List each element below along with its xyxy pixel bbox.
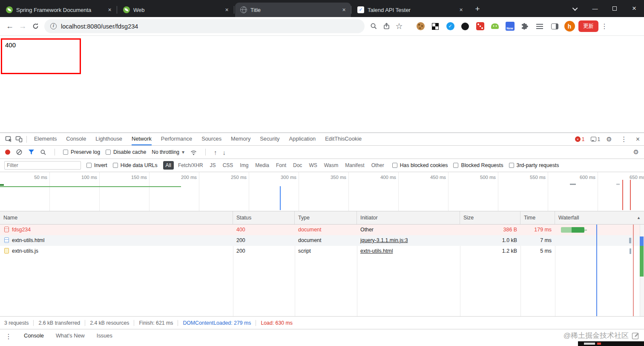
checkbox[interactable] [509,163,514,168]
throttling-dropdown[interactable]: No throttling ▾ [152,149,184,155]
devtools-kebab-icon[interactable]: ⋮ [618,135,630,143]
filter-chip-fetch-xhr[interactable]: Fetch/XHR [175,161,206,170]
invert-checkbox[interactable]: Invert [86,162,107,168]
filter-funnel-icon[interactable] [28,149,34,155]
browser-tab-talend[interactable]: ✓ Talend API Tester × [352,3,468,17]
checkbox[interactable] [453,163,458,168]
devtools-tab-editthiscookie[interactable]: EditThisCookie [325,133,362,145]
device-toolbar-icon[interactable] [14,134,24,144]
cell-initiator-link[interactable]: extn-utils.html [357,246,460,257]
filter-input[interactable] [4,161,81,170]
third-party-requests-checkbox[interactable]: 3rd-party requests [509,162,559,168]
disable-cache-checkbox[interactable]: Disable cache [106,149,146,155]
column-header-status[interactable]: Status [233,211,295,224]
clear-button[interactable] [16,149,23,156]
filter-chip-js[interactable]: JS [207,161,218,170]
column-header-size[interactable]: Size [460,211,520,224]
devtools-tab-elements[interactable]: Elements [34,133,57,145]
import-har-icon[interactable]: ↑ [214,149,217,156]
search-icon[interactable] [40,149,46,156]
cookie-extension-icon[interactable] [415,21,426,32]
check-extension-icon[interactable]: ✓ [445,21,456,32]
inspect-element-icon[interactable] [3,134,14,144]
drawer-kebab-icon[interactable]: ⋮ [5,332,12,340]
devtools-tab-security[interactable]: Security [260,133,279,145]
devtools-tab-sources[interactable]: Sources [201,133,221,145]
share-icon[interactable] [380,20,393,33]
tab-close-icon[interactable]: × [223,6,230,14]
new-badge-extension-icon[interactable]: New [504,21,515,32]
drawer-tab-console[interactable]: Console [24,332,44,339]
devtools-tab-lighthouse[interactable]: Lighthouse [95,133,122,145]
zoom-search-icon[interactable] [367,20,380,33]
sort-asc-icon[interactable]: ▲ [637,216,641,220]
url-text[interactable]: localhost:8080/user/fdsg234 [61,23,138,30]
profile-avatar[interactable]: h [564,21,575,32]
table-row-extn-utils-html[interactable]: extn-utils.html 200 document jquery-3.1.… [0,235,644,246]
column-header-initiator[interactable]: Initiator [357,211,460,224]
playlist-icon[interactable] [534,21,545,32]
column-header-type[interactable]: Type [295,211,357,224]
checkbox[interactable] [106,150,111,155]
cell-name[interactable]: extn-utils.js [0,246,233,257]
export-har-icon[interactable]: ↓ [223,149,226,156]
devtools-settings-gear-icon[interactable]: ⚙ [606,136,612,143]
red-dice-extension-icon[interactable] [474,21,486,32]
filter-chip-other[interactable]: Other [369,161,387,170]
side-panel-icon[interactable] [549,21,560,32]
browser-menu-kebab-icon[interactable]: ⋮ [598,22,610,30]
checkbox[interactable] [113,163,118,168]
drawer-tab-issues[interactable]: Issues [97,332,112,339]
reload-button[interactable] [29,20,42,33]
record-button[interactable] [5,150,10,155]
preserve-log-checkbox[interactable]: Preserve log [63,149,100,155]
filter-chip-ws[interactable]: WS [306,161,319,170]
new-tab-button[interactable]: + [472,3,483,15]
extensions-puzzle-icon[interactable] [519,21,530,32]
devtools-tab-memory[interactable]: Memory [231,133,250,145]
bookmark-star-icon[interactable]: ☆ [393,20,405,33]
dark-reader-extension-icon[interactable] [460,21,471,32]
checkbox[interactable] [392,163,397,168]
column-header-waterfall[interactable]: Waterfall ▲ [555,211,644,224]
qr-extension-icon[interactable] [430,21,441,32]
scrollbar-green-segment[interactable] [640,246,644,277]
back-button[interactable]: ← [3,20,16,33]
filter-chip-all[interactable]: All [163,161,174,170]
error-count-badge[interactable]: × 1 [575,136,585,142]
tab-search-chevron-icon[interactable] [566,0,585,17]
network-timeline-overview[interactable]: 50 ms 100 ms 150 ms 200 ms 250 ms 300 ms… [0,172,644,211]
tab-close-icon[interactable]: × [106,6,113,14]
cell-name[interactable]: extn-utils.html [0,235,233,246]
devtools-close-icon[interactable]: × [636,136,640,143]
scrollbar-blue-segment[interactable] [640,236,644,246]
drawer-tab-whats-new[interactable]: What's New [56,332,85,339]
filter-chip-font[interactable]: Font [273,161,289,170]
table-row-fdsg234[interactable]: fdsg234 400 document Other 386 B 179 ms [0,225,644,235]
table-row-extn-utils-js[interactable]: extn-utils.js 200 script extn-utils.html… [0,246,644,257]
filter-chip-wasm[interactable]: Wasm [322,161,341,170]
devtools-tab-performance[interactable]: Performance [161,133,192,145]
checkbox[interactable] [63,150,68,155]
blocked-requests-checkbox[interactable]: Blocked Requests [453,162,503,168]
column-header-name[interactable]: Name [0,211,233,224]
filter-chip-img[interactable]: Img [237,161,251,170]
tab-close-icon[interactable]: × [457,6,465,14]
filter-chip-css[interactable]: CSS [220,161,236,170]
close-window-button[interactable]: × [624,0,644,17]
has-blocked-cookies-checkbox[interactable]: Has blocked cookies [392,162,448,168]
network-settings-gear-icon[interactable]: ⚙ [633,148,639,156]
issues-count-badge[interactable]: 1 [591,136,601,142]
minimize-button[interactable]: — [585,0,605,17]
browser-tab-title-active[interactable]: Title × [235,3,351,17]
checkbox[interactable] [86,163,92,168]
network-conditions-icon[interactable] [190,149,197,156]
maximize-button[interactable] [605,0,624,17]
update-button[interactable]: 更新 [578,20,598,32]
filter-chip-media[interactable]: Media [253,161,272,170]
cell-name[interactable]: fdsg234 [0,225,233,235]
address-bar[interactable]: i localhost:8080/user/fdsg234 [44,19,365,33]
cell-initiator-link[interactable]: jquery-3.1.1.min.js:3 [357,235,460,246]
hide-data-urls-checkbox[interactable]: Hide data URLs [113,162,158,168]
tab-close-icon[interactable]: × [340,6,348,14]
